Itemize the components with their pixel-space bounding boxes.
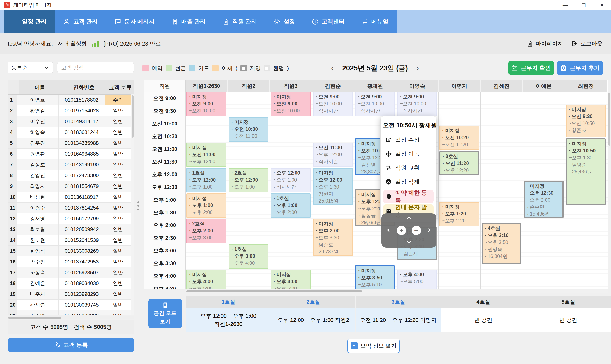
zoom-out-button[interactable]: − [412,226,421,235]
context-menu-item-직원 교환[interactable]: 직원 교환 [381,161,436,175]
appointment-block[interactable]: · 1호실· 오후 12:00~오후 1:00 [186,168,226,192]
table-row[interactable]: 9최명자010181554679일반 [8,181,134,192]
table-row[interactable]: 6권영환010164934885일반 [8,149,134,159]
staff-column-header[interactable]: 이영숙 [396,80,438,92]
space-mode-button[interactable]: 공간 모드 보기 [148,299,182,328]
room-booking-cell[interactable]: 빈 공간 [441,308,526,332]
scroll-down-icon[interactable] [406,239,412,246]
close-button[interactable]: × [593,0,611,10]
minimize-button[interactable]: — [556,0,575,10]
table-row[interactable]: 11이경수010137814254일반 [8,203,134,213]
table-row[interactable]: 3이수진010149314117일반 [8,116,134,127]
appointment-block[interactable]: · 오후 12:00~오후 1:00· 식사시간 [271,168,311,192]
appointment-block[interactable]: · 오전 11:00~오후 12:00· 식사시간 [313,143,353,167]
table-row[interactable]: 5김우진010134335988일반 [8,138,134,149]
table-row[interactable]: 13최보람010120509942일반 [8,224,134,235]
context-menu-item-예약 제한 등록[interactable]: 예약 제한 등록 [383,190,434,203]
appointment-block[interactable]: · 오후 4:00~오후 5:00 [397,270,437,289]
context-menu-item-일정 수정[interactable]: 일정 수정 [381,133,436,147]
worker-add-button[interactable]: 근무자 추가 [557,61,603,75]
table-row[interactable]: 10배성현010136118917일반 [8,192,134,203]
schedule-hscrollbar[interactable] [185,290,608,293]
appointment-block[interactable]: · 4호실· 오후 2:10~오후 3:50· 권명숙· 16,304원 [482,223,521,264]
table-row[interactable]: 2황영길010197154028일반 [8,105,134,116]
staff-column-header[interactable]: 김현준 [312,80,354,92]
appointment-block[interactable]: · 미지정· 오후 4:00~오후 5:00 [186,270,226,289]
appointment-block[interactable]: · 미지정· 오후 2:00~오후 3:30· 남준호· 29,787원 [313,219,353,256]
context-menu-item-일정 삭제[interactable]: 일정 삭제 [381,175,436,189]
staff-column-header[interactable]: 직원1-2630 [186,80,228,92]
nav-tab-문자 메시지[interactable]: 문자 메시지 [106,10,163,33]
room-booking-cell[interactable]: 오전 11:20 ~ 오후 12:20 이명자 [356,308,441,332]
table-row[interactable]: 8김영진010172473300일반 [8,170,134,181]
appointment-block[interactable]: · 미지정· 오전 10:20~오전 11:20 [439,126,479,150]
room-booking-cell[interactable]: 오후 12:00 ~ 오후 1:00 직원2 [271,308,356,332]
appointment-block[interactable]: · 미지정· 오전 9:00~오전 10:00 [271,92,311,116]
table-row[interactable]: 4하영숙010183631244일반 [8,127,134,138]
staff-column-header[interactable]: 직원3 [270,80,312,92]
appointment-block[interactable]: · 미지정· 오후 12:30~오후 2:00· 손수민· 15,436원 [524,181,564,218]
table-row[interactable]: 12강서영010156172799일반 [8,213,134,224]
room-header-3호실[interactable]: 3호실 [356,296,441,308]
appointment-block[interactable]: · 2호실· 오후 12:00~오후 1:00 [229,168,268,192]
table-row[interactable]: 1이영호010118178802주의 [8,95,134,105]
table-row[interactable]: 18김예은010189034030일반 [8,278,134,289]
customer-register-button[interactable]: 고객 등록 [8,338,134,352]
staff-column-header[interactable]: 최현정 [565,80,607,92]
worker-check-button[interactable]: 근무자 확인 [508,61,554,75]
appointment-block[interactable]: · 2호실· 오후 2:00~오후 3:00 [186,219,226,243]
table-row[interactable]: 17하정숙010125923507일반 [8,267,134,278]
nav-tab-일정 관리[interactable]: 일정 관리 [4,10,55,33]
context-menu-item-일정 이동[interactable]: 일정 이동 [381,147,436,161]
nav-tab-고객센터[interactable]: 고객센터 [304,10,353,33]
nav-tab-설정[interactable]: 설정 [265,10,304,33]
appointment-block[interactable]: · 1호실· 오후 3:00~오후 4:00 [229,244,268,269]
summary-open-button[interactable]: 요약 정보 열기 [347,338,400,353]
appointment-block[interactable]: · 미지정· 오후 12:00~오후 1:30· 강현지· 25,015원 [313,168,353,205]
table-row[interactable]: 14한도현010152041539일반 [8,235,134,246]
appointment-block[interactable]: · 미지정· 오전 11:00~오후 12:00 [186,143,226,167]
appointment-block[interactable]: · 미지정· 오전 9:00~오전 10:00 [186,92,226,116]
staff-column-header[interactable]: 황채원 [354,80,396,92]
appointment-block[interactable]: · 미지정· 오전 9:30~오전 10:50· 황준자 [566,104,606,137]
appointment-block[interactable]: · 3호실· 오전 11:20~오후 12:20 [439,151,479,175]
zoom-in-button[interactable]: + [397,226,406,235]
mypage-button[interactable]: 마이페이지 [527,40,563,47]
customer-table-vscrollbar[interactable] [131,94,134,315]
appointment-block[interactable]: · 1호실· 오후 1:00~오후 2:00 [271,194,311,218]
room-header-1호실[interactable]: 1호실 [186,296,271,308]
table-row[interactable]: 20곽서연010130039745일반 [8,300,134,311]
scroll-left-icon[interactable] [386,227,391,234]
staff-column-header[interactable]: 김혜진 [481,80,523,92]
nav-tab-직원 관리[interactable]: 직원 관리 [214,10,265,33]
room-booking-cell[interactable]: 빈 공간 [526,308,611,332]
appointment-block[interactable]: · 미지정· 오후 1:00~오후 2:00 [186,194,226,218]
appointment-block[interactable]: · 미지정· 오후 4:00~오후 5:00 [271,270,311,289]
sort-dropdown[interactable]: 등록순 [8,62,53,73]
schedule-vscrollbar[interactable] [608,80,611,289]
staff-column-header[interactable]: 이명자 [438,80,481,92]
table-row[interactable]: 16손수진010137472953일반 [8,257,134,267]
appointment-block[interactable]: · 미지정· 오후 1:20~오후 2:20 [439,202,479,226]
appointment-block[interactable]: · 오전 9:00~오전 10:00· 식사시간 [397,92,437,116]
room-booking-cell[interactable]: 오후 12:00 ~ 오후 1:00직원1-2630 [186,308,271,332]
appointment-block[interactable]: · 오전 9:00~오전 10:00· 식사시간 [313,92,353,116]
scroll-up-icon[interactable] [406,215,412,222]
appointment-block[interactable]: · 오전 9:00~오전 10:00· 식사시간 [355,92,395,116]
prev-day-button[interactable]: ‹ [331,64,334,72]
staff-column-header[interactable]: 직원2 [228,80,270,92]
nav-tab-매출 관리[interactable]: 매출 관리 [163,10,214,33]
next-day-button[interactable]: › [416,64,419,72]
table-row[interactable]: 21이준영010145906386일반 [8,311,134,315]
room-header-2호실[interactable]: 2호실 [271,296,356,308]
logout-button[interactable]: 로그아웃 [571,40,602,47]
table-row[interactable]: 19배준서010123998293일반 [8,289,134,300]
customer-table-hscrollbar[interactable] [8,316,134,319]
appointment-block[interactable]: · 미지정· 오전 10:00~오전 11:00 [229,117,268,142]
table-row[interactable]: 7김상호010143199190일반 [8,159,134,170]
appointment-block[interactable]: · 미지정· 오후 3:50~오후 5:10 [355,265,395,289]
table-row[interactable]: 15한영식010133008269일반 [8,246,134,257]
scroll-right-icon[interactable] [426,227,432,234]
panel-splitter-handle[interactable] [137,201,139,210]
appointment-block[interactable]: · 미지정· 오전 10:50~오후 1:30· 남영순· 25,436원 [566,138,606,205]
